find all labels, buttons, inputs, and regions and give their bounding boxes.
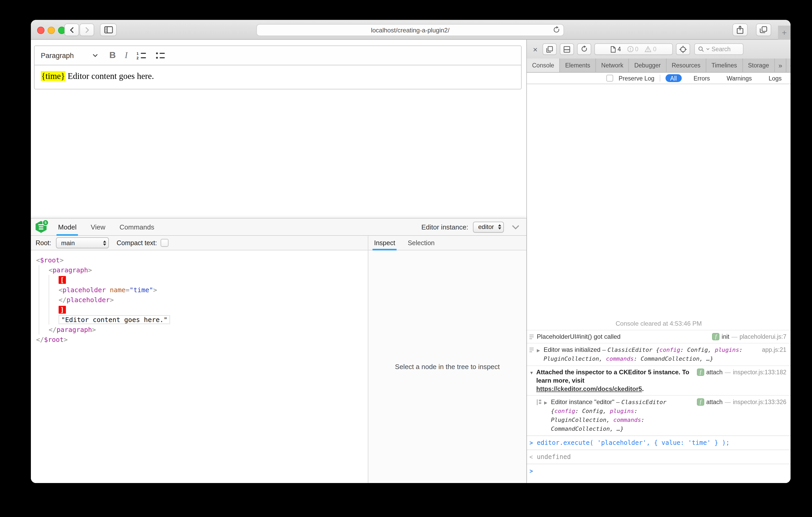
root-select[interactable]: main	[56, 237, 109, 248]
tab-overflow-button[interactable]: »	[775, 59, 786, 72]
tree-row[interactable]: </$root>	[36, 335, 368, 344]
minimize-window-button[interactable]	[48, 27, 55, 34]
close-devtools-button[interactable]: ×	[531, 45, 540, 54]
ckeditor: Paragraph B I 1 2	[34, 45, 522, 89]
bulleted-list-button[interactable]	[155, 52, 165, 59]
devtools-tab-resources[interactable]: Resources	[667, 59, 706, 72]
new-tab-button[interactable]: +	[778, 26, 790, 40]
tree-row[interactable]: "Editor content goes here."	[36, 315, 368, 325]
indent-guide	[49, 285, 59, 295]
inspect-empty-message: Select a node in the tree to inspect	[395, 363, 500, 371]
tree-row[interactable]: </paragraph>	[36, 325, 368, 335]
preserve-log-checkbox[interactable]	[607, 75, 613, 82]
side-tab-selection[interactable]: Selection	[408, 236, 435, 250]
disclosure-triangle-icon[interactable]: ▼	[529, 368, 536, 377]
source-location-link[interactable]: app.js:21	[762, 345, 786, 354]
chevron-left-icon	[69, 26, 74, 33]
devtools-search-field[interactable]: Search	[694, 43, 744, 55]
ckeditor-inspector: 5 ModelViewCommands Editor instance: edi…	[31, 218, 526, 483]
dock-side-button[interactable]	[543, 43, 557, 55]
console-panel[interactable]: Console cleared at 4:53:46 PM Placeholde…	[527, 84, 790, 483]
share-button[interactable]	[732, 24, 748, 36]
root-label: Root:	[36, 239, 51, 246]
inspector-tab-model[interactable]: Model	[58, 218, 77, 236]
devtools-tab-storage[interactable]: Storage	[743, 59, 775, 72]
back-button[interactable]	[64, 24, 79, 36]
console-text-segment: ClassicEditor {	[607, 346, 660, 354]
bulleted-list-icon	[155, 52, 165, 59]
inspector-tab-commands[interactable]: Commands	[120, 218, 154, 236]
element-picker-button[interactable]	[676, 43, 690, 55]
tree-row[interactable]: </placeholder>	[36, 295, 368, 305]
add-devtools-tab-button[interactable]: +	[786, 59, 790, 72]
page-icon	[611, 46, 616, 53]
console-text-segment: Editor instance "editor"	[551, 398, 616, 406]
console-message[interactable]: ▶Editor instance "editor" – ClassicEdito…	[527, 395, 790, 435]
console-message-meta: app.js:21	[762, 345, 786, 354]
disclosure-triangle-icon[interactable]: ▶	[537, 345, 544, 355]
devtools-tab-network[interactable]: Network	[596, 59, 629, 72]
paragraph-style-dropdown[interactable]: Paragraph	[41, 52, 98, 59]
tree-token: </	[49, 326, 57, 334]
address-bar[interactable]: localhost/creating-a-plugin2/	[256, 24, 564, 36]
bold-button[interactable]: B	[109, 50, 116, 61]
placeholder-widget[interactable]: {time}	[41, 71, 65, 81]
sidebar-toggle-button[interactable]	[100, 24, 117, 36]
devtools-tab-timelines[interactable]: Timelines	[706, 59, 743, 72]
tree-row[interactable]: <$root>	[36, 255, 368, 265]
sidebar-icon	[104, 26, 113, 33]
svg-text:1: 1	[137, 52, 139, 55]
editor-instance-select[interactable]: editor	[473, 221, 504, 232]
numbered-list-button[interactable]: 1 2	[137, 52, 146, 59]
tree-token: "Editor content goes here."	[59, 315, 170, 324]
filter-scope-logs[interactable]: Logs	[764, 74, 786, 82]
devtools-tab-console[interactable]: Console	[527, 59, 560, 72]
console-prompt[interactable]: >	[527, 464, 790, 483]
collapse-inspector-icon[interactable]	[512, 224, 520, 229]
issues-summary-button[interactable]: 4 0	[594, 43, 673, 55]
devtools-tab-debugger[interactable]: Debugger	[629, 59, 667, 72]
disclosure-triangle-icon[interactable]: ▶	[544, 398, 551, 407]
tree-row[interactable]: <paragraph>	[36, 265, 368, 275]
console-message[interactable]: ▼Attached the inspector to a CKEditor 5 …	[527, 365, 790, 395]
tree-token: </	[59, 296, 66, 304]
inspect-pane: Select a node in the tree to inspect	[368, 250, 526, 483]
inspector-tab-view[interactable]: View	[91, 218, 106, 236]
share-icon	[737, 26, 744, 34]
console-message[interactable]: ▶Editor was initialized – ClassicEditor …	[527, 343, 790, 365]
source-location-link[interactable]: placeholderui.js:7	[740, 332, 786, 341]
devtools-reload-button[interactable]	[577, 43, 591, 55]
select-arrows-icon	[103, 240, 106, 245]
tree-row[interactable]: ]	[36, 305, 368, 315]
meta-dash: —	[725, 398, 731, 406]
filter-scope-warnings[interactable]: Warnings	[722, 74, 757, 82]
console-link[interactable]: https://ckeditor.com/docs/ckeditor5	[536, 385, 642, 393]
compact-text-checkbox[interactable]	[161, 239, 169, 247]
source-location-link[interactable]: inspector.js:133:326	[733, 398, 786, 406]
editor-content[interactable]: {time} Editor content goes here.	[34, 65, 522, 89]
console-text-segment: Editor was initialized	[544, 346, 602, 354]
italic-button[interactable]: I	[125, 50, 128, 61]
forward-button[interactable]	[80, 24, 94, 36]
filter-scope-all[interactable]: All	[666, 74, 682, 82]
dt-scopes: AllErrorsWarningsLogs	[666, 74, 786, 82]
console-input-echo[interactable]: > editor.execute( 'placeholder', { value…	[527, 435, 790, 450]
dock-bottom-button[interactable]	[560, 43, 574, 55]
close-window-button[interactable]	[37, 27, 45, 34]
console-message-text: Attached the inspector to a CKEditor 5 i…	[536, 368, 692, 393]
source-location-link[interactable]: inspector.js:133:182	[733, 368, 786, 376]
dt-tabs: ConsoleElementsNetworkDebuggerResourcesT…	[527, 59, 775, 72]
filter-scope-errors[interactable]: Errors	[689, 74, 715, 82]
tree-token: >	[110, 296, 114, 304]
console-result[interactable]: < undefined	[527, 450, 790, 464]
side-tab-inspect[interactable]: Inspect	[374, 236, 395, 250]
tree-row[interactable]: <placeholder name="time">	[36, 285, 368, 295]
tree-token	[106, 286, 110, 294]
tree-token: >	[153, 286, 157, 294]
devtools-tab-elements[interactable]: Elements	[560, 59, 596, 72]
reload-button[interactable]	[553, 26, 560, 34]
tab-overview-button[interactable]	[756, 24, 771, 36]
tree-row[interactable]: [	[36, 275, 368, 285]
console-message[interactable]: PlaceholderUI#init() got calledfinit— pl…	[527, 330, 790, 343]
numbered-list-icon: 1 2	[137, 52, 146, 59]
